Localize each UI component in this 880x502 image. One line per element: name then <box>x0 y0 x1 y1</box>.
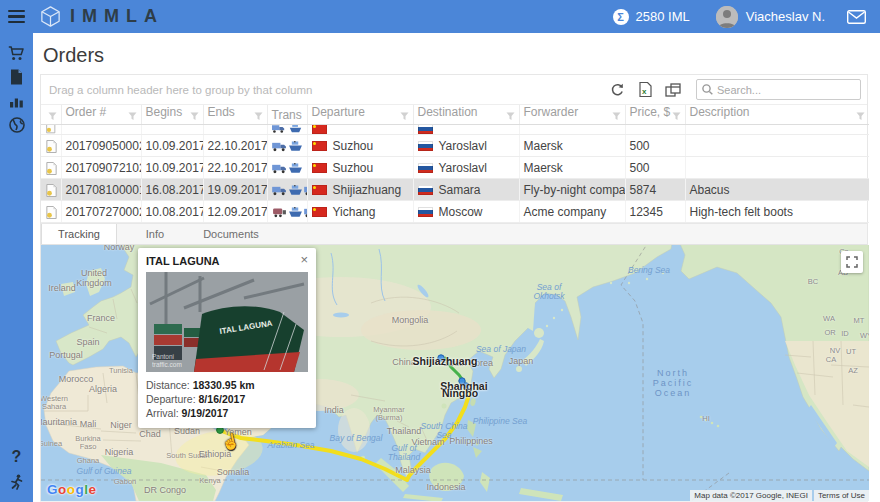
destination-city: Yaroslavl <box>439 161 487 175</box>
table-row-clipped[interactable] <box>41 125 869 135</box>
filter-icon[interactable] <box>856 110 865 124</box>
search-input[interactable] <box>717 84 847 96</box>
cube-logo-icon <box>39 5 62 28</box>
filter-icon[interactable] <box>190 110 199 124</box>
tracking-map[interactable]: NorwayUnited KingdomIrelandFranceSpainPo… <box>41 245 869 501</box>
filter-icon[interactable] <box>48 110 57 124</box>
search-icon <box>702 84 713 95</box>
cell-price: 500 <box>625 135 685 157</box>
filter-icon[interactable] <box>612 110 621 124</box>
russia-flag-icon <box>418 125 433 134</box>
fullscreen-button[interactable] <box>841 251 863 273</box>
order-doc-icon[interactable] <box>45 184 58 197</box>
google-logo[interactable]: Google <box>47 482 97 497</box>
table-row[interactable]: 201707270002 10.08.2017 12.09.2017 Yicha… <box>41 201 869 223</box>
export-excel-button[interactable]: x <box>634 79 656 101</box>
sidebar-item-documents[interactable] <box>0 65 33 89</box>
russia-flag-icon <box>418 207 433 217</box>
cell-begins: 10.09.2017 <box>141 135 203 157</box>
destination-city: Samara <box>439 183 481 197</box>
col-description[interactable]: Description <box>685 105 869 125</box>
russia-flag-icon <box>418 185 433 195</box>
order-doc-icon[interactable] <box>45 162 58 175</box>
russia-flag-icon <box>418 163 433 173</box>
cell-price: 12345 <box>625 201 685 223</box>
mail-icon[interactable] <box>847 10 866 24</box>
table-row-selected[interactable]: 201708100001 16.08.2017 19.09.2017 Shiji… <box>41 179 869 201</box>
col-label: Order # <box>66 105 107 119</box>
main-content: Orders Drag a column header here to grou… <box>33 33 880 502</box>
ship-icon <box>288 163 303 174</box>
menu-icon[interactable] <box>0 0 33 33</box>
sigma-icon[interactable]: Σ <box>613 9 629 25</box>
cell-departure: Yichang <box>307 201 413 223</box>
svg-text:x: x <box>642 87 647 96</box>
sidebar-item-reports[interactable] <box>0 89 33 113</box>
order-doc-icon[interactable] <box>45 140 58 153</box>
filter-icon[interactable] <box>254 110 263 124</box>
filter-icon[interactable] <box>506 110 515 124</box>
shijiazhuang-marker[interactable] <box>438 355 444 361</box>
detail-tabs: Tracking Info Documents <box>41 223 867 245</box>
app-logo[interactable]: IMMLA <box>39 5 164 28</box>
orders-grid: Drag a column header here to group by th… <box>40 74 868 501</box>
close-icon[interactable]: × <box>300 253 308 266</box>
filter-icon[interactable] <box>400 110 409 124</box>
arrival-field: Arrival: 9/19/2017 <box>146 406 308 420</box>
col-label: Departure <box>312 105 365 119</box>
cell-ends: 22.10.2017 <box>203 135 267 157</box>
refresh-button[interactable] <box>606 79 628 101</box>
departure-city: Suzhou <box>333 139 374 153</box>
col-price[interactable]: Price, $ <box>625 105 685 125</box>
col-destination[interactable]: Destination <box>413 105 519 125</box>
logout-button[interactable] <box>9 474 24 494</box>
col-ends[interactable]: Ends <box>203 105 267 125</box>
sidebar-item-orders[interactable] <box>0 41 33 65</box>
sidebar-item-tracking[interactable] <box>0 113 33 137</box>
departure-city: Yichang <box>333 205 376 219</box>
col-trans[interactable]: Trans <box>267 105 307 125</box>
table-row[interactable]: 201709072102 10.09.2017 22.10.2017 Suzho… <box>41 157 869 179</box>
orders-table: Order # Begins Ends Trans Departure Dest… <box>41 105 869 223</box>
help-button[interactable]: ? <box>12 448 22 466</box>
col-begins[interactable]: Begins <box>141 105 203 125</box>
col-label: Description <box>690 105 750 119</box>
tab-documents[interactable]: Documents <box>193 224 269 244</box>
grid-toolbar: Drag a column header here to group by th… <box>41 75 867 105</box>
col-order[interactable]: Order # <box>61 105 141 125</box>
truck-icon <box>304 185 308 196</box>
col-forwarder[interactable]: Forwarder <box>519 105 625 125</box>
table-row[interactable]: 201709050002 10.09.2017 22.10.2017 Suzho… <box>41 135 869 157</box>
vessel-popup: ITAL LAGUNA × ITAL LAGUNA Pantoni traffi… <box>138 248 316 428</box>
filter-icon[interactable] <box>672 110 681 124</box>
order-doc-icon[interactable] <box>45 206 58 219</box>
column-chooser-button[interactable] <box>662 79 684 101</box>
destination-city: Moscow <box>439 205 483 219</box>
globe-icon <box>9 117 25 133</box>
cell-description <box>685 157 869 179</box>
cell-trans <box>267 157 307 179</box>
tab-info[interactable]: Info <box>117 224 193 244</box>
cell-order: 201709072102 <box>61 157 141 179</box>
col-departure[interactable]: Departure <box>307 105 413 125</box>
ningbo-marker[interactable] <box>463 383 469 389</box>
photo-credit: traffic.com <box>152 361 182 368</box>
truck-icon <box>272 185 287 196</box>
col-label: Forwarder <box>524 105 579 119</box>
cell-price: 500 <box>625 157 685 179</box>
col-label: Destination <box>418 105 478 119</box>
user-name[interactable]: Viacheslav N. <box>746 9 825 24</box>
tab-tracking[interactable]: Tracking <box>41 224 117 244</box>
truck-icon <box>272 125 285 134</box>
cell-begins: 16.08.2017 <box>141 179 203 201</box>
balance-label[interactable]: 2580 IML <box>636 9 690 24</box>
cell-begins: 10.09.2017 <box>141 157 203 179</box>
terms-link[interactable]: Terms of Use <box>814 490 869 501</box>
cell-description: Abacus <box>685 179 869 201</box>
cell-forwarder: Acme company <box>519 201 625 223</box>
ship-icon <box>289 125 302 134</box>
avatar[interactable] <box>716 6 738 28</box>
page-title: Orders <box>43 43 880 67</box>
col-icon[interactable] <box>41 105 61 125</box>
filter-icon[interactable] <box>128 110 137 124</box>
